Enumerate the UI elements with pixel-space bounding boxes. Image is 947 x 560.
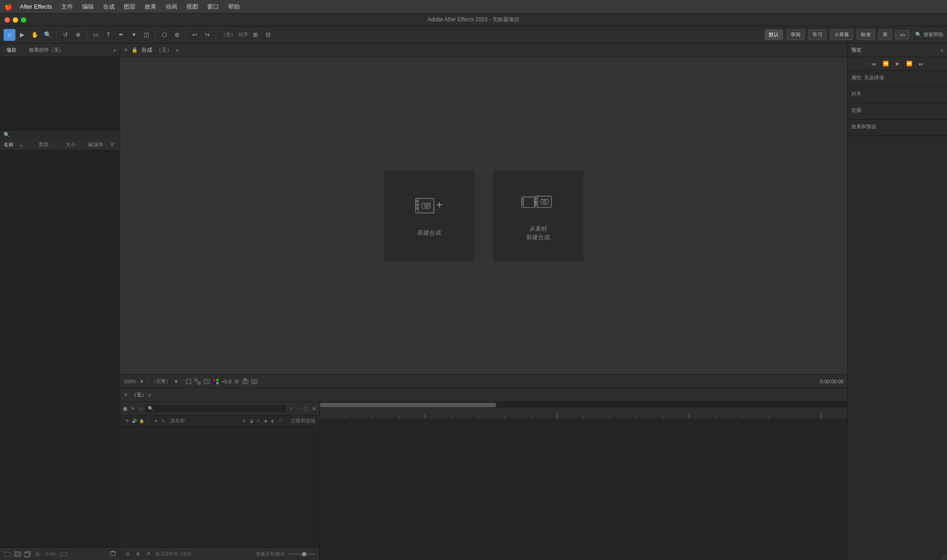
timeline-scroll-thumb[interactable] xyxy=(320,403,496,407)
text-tool[interactable]: T xyxy=(102,29,114,41)
stretch-toggle[interactable]: ⊟ xyxy=(262,29,274,41)
tl-col-adj[interactable]: ◐ xyxy=(270,418,276,424)
tl-motion-blur[interactable]: ◎ xyxy=(124,550,132,558)
skip-end-btn[interactable]: ⏭ xyxy=(917,59,926,68)
tl-live-update[interactable]: ↺ xyxy=(144,550,152,558)
tl-col-audio[interactable]: 🔊 xyxy=(131,418,137,424)
skip-start-btn[interactable]: ⏮ xyxy=(869,59,879,68)
workspace-learn[interactable]: 学习 xyxy=(808,29,826,40)
tl-frame-blend[interactable]: ⊛ xyxy=(134,550,142,558)
redo-button[interactable]: ↪ xyxy=(201,29,213,41)
menu-file[interactable]: 文件 xyxy=(58,2,77,12)
project-search-input[interactable] xyxy=(12,132,102,138)
tl-graph-icon[interactable]: ↗ xyxy=(288,406,294,412)
tl-col-source-name[interactable]: 源名称 xyxy=(170,417,241,424)
switch-modes-label[interactable]: 切换开关/模式 xyxy=(256,551,285,557)
fast-preview[interactable] xyxy=(204,378,210,385)
workspace-review[interactable]: 审阅 xyxy=(787,29,805,40)
col-framerate[interactable]: 帧速率 xyxy=(88,141,103,148)
menu-effect[interactable]: 效果 xyxy=(141,2,160,12)
project-sort-icon[interactable] xyxy=(110,141,116,149)
home-button[interactable]: ⌂ xyxy=(4,29,15,41)
clone-tool[interactable]: ✦ xyxy=(128,29,140,41)
zoom-control[interactable]: 100% xyxy=(124,379,136,384)
tl-zoom-slider[interactable] xyxy=(288,553,316,555)
transparency-grid[interactable] xyxy=(194,378,201,385)
tl-lock-icon[interactable]: ⬤ xyxy=(122,406,128,412)
shape-tool[interactable]: ⬡ xyxy=(158,29,170,41)
menu-window[interactable]: 窗口 xyxy=(204,2,223,12)
tl-col-effect[interactable]: ★ xyxy=(153,418,159,424)
tl-col-blend[interactable]: ◉ xyxy=(262,418,269,424)
hand-tool[interactable]: ✋ xyxy=(29,29,41,41)
timeline-close[interactable]: ✕ xyxy=(124,392,128,398)
timeline-scrollbar[interactable] xyxy=(320,402,847,408)
col-size[interactable]: 大小 xyxy=(66,141,76,148)
zoom-dropdown[interactable]: ▼ xyxy=(139,379,144,384)
region-of-interest[interactable] xyxy=(185,378,192,385)
align-title[interactable]: 对齐 xyxy=(851,91,943,97)
quality-dropdown[interactable]: （完整） xyxy=(151,378,171,385)
menu-view[interactable]: 视图 xyxy=(183,2,202,12)
timeline-menu[interactable]: ≡ xyxy=(148,392,151,398)
puppet-tool[interactable]: ⊛ xyxy=(171,29,183,41)
from-footage-card[interactable]: 从素材新建合成 xyxy=(493,170,583,261)
tab-project[interactable]: 项目 xyxy=(4,45,19,55)
tab-effects[interactable]: 效果控件（无） xyxy=(26,45,67,55)
col-type[interactable]: 类型 xyxy=(39,141,49,148)
prev-frame-btn[interactable]: ⏪ xyxy=(881,59,890,68)
snapshot[interactable] xyxy=(242,378,248,385)
workspace-default[interactable]: 默认 xyxy=(765,29,783,40)
menu-aftereffects[interactable]: After Effects xyxy=(16,2,56,11)
tl-draft-icon[interactable]: ◻ xyxy=(137,406,144,412)
search-help-area[interactable]: 🔍 搜索帮助 xyxy=(915,31,943,38)
timeline-search-input[interactable] xyxy=(155,406,209,411)
comp-tab-close[interactable]: ✕ xyxy=(124,47,128,53)
preview-menu[interactable]: ≡ xyxy=(941,48,943,53)
tl-col-lock[interactable]: 🔒 xyxy=(138,418,145,424)
workspace-standard[interactable]: 标准 xyxy=(857,29,875,40)
camera-tool[interactable]: ⊕ xyxy=(72,29,84,41)
menu-edit[interactable]: 编辑 xyxy=(78,2,97,12)
workspace-library[interactable]: 库 xyxy=(879,29,892,40)
workspace-more[interactable]: >> xyxy=(895,30,909,39)
pen-tool[interactable]: ✒ xyxy=(115,29,127,41)
view-channels[interactable] xyxy=(213,378,219,385)
minimize-button[interactable] xyxy=(13,17,18,23)
menu-layer[interactable]: 图层 xyxy=(120,2,139,12)
workspace-smallscreen[interactable]: 小屏幕 xyxy=(830,29,853,40)
col-name[interactable]: 名称 xyxy=(4,141,14,148)
tl-solo-icon[interactable]: ◯ xyxy=(303,406,310,412)
tl-more-icon[interactable]: ⊞ xyxy=(311,406,317,412)
color-depth-box[interactable] xyxy=(60,552,67,556)
apple-menu[interactable]: 🍎 xyxy=(4,2,13,11)
tl-col-parent[interactable]: 父级和链接 xyxy=(291,417,316,424)
menu-animation[interactable]: 动画 xyxy=(162,2,181,12)
maximize-button[interactable] xyxy=(21,17,26,23)
tl-col-hash[interactable]: # xyxy=(160,418,166,424)
rotate-tool[interactable]: ↺ xyxy=(59,29,71,41)
menu-composition[interactable]: 合成 xyxy=(99,2,118,12)
attrs-title[interactable]: 属性: 无选择项 xyxy=(851,74,943,81)
audio-title[interactable]: 音频 xyxy=(851,107,943,114)
new-footage-icon[interactable] xyxy=(14,550,22,558)
comp-tab-menu[interactable]: ≡ xyxy=(176,48,179,53)
new-comp-icon[interactable] xyxy=(24,550,32,558)
tl-slider-thumb[interactable] xyxy=(302,552,306,556)
settings-icon[interactable] xyxy=(34,550,42,558)
play-btn[interactable]: ▶ xyxy=(893,59,902,68)
align-options[interactable]: ⊞ xyxy=(249,29,261,41)
effects-presets-title[interactable]: 效果和预设 xyxy=(851,123,943,130)
undo-button[interactable]: ↩ xyxy=(189,29,200,41)
quality-arrow[interactable]: ▼ xyxy=(174,379,179,384)
new-folder-icon[interactable] xyxy=(4,550,12,558)
selection-tool[interactable]: ▶ xyxy=(16,29,28,41)
new-comp-card[interactable]: 新建合成 xyxy=(384,170,475,261)
tl-col-fx-label[interactable]: fx xyxy=(255,418,262,424)
panel-menu-icon[interactable]: ≡ xyxy=(113,47,116,53)
reset-exposure[interactable] xyxy=(234,379,239,384)
tl-col-shy[interactable]: ◌ xyxy=(146,418,152,424)
menu-help[interactable]: 帮助 xyxy=(224,2,243,12)
tl-col-transform[interactable]: ⊕ xyxy=(241,418,247,424)
zoom-tool[interactable]: 🔍 xyxy=(42,29,53,41)
